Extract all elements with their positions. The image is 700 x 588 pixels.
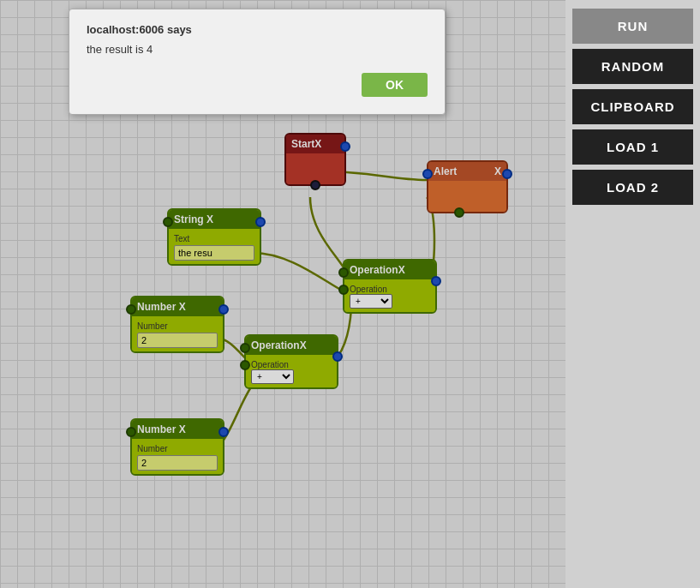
clipboard-button[interactable]: CLIPBOARD <box>572 89 693 124</box>
canvas[interactable]: StartX Alert X String X Text the resu <box>0 0 565 588</box>
load2-button[interactable]: LOAD 2 <box>572 170 693 205</box>
dialog-message: the result is 4 <box>87 43 428 56</box>
random-button[interactable]: RANDOM <box>572 49 693 84</box>
sidebar: RUN RANDOM CLIPBOARD LOAD 1 LOAD 2 <box>565 0 700 588</box>
run-button[interactable]: RUN <box>572 9 693 44</box>
dialog-title: localhost:6006 says <box>87 23 428 36</box>
dialog: localhost:6006 says the result is 4 OK <box>69 9 446 115</box>
load1-button[interactable]: LOAD 1 <box>572 129 693 165</box>
dialog-ok-button[interactable]: OK <box>362 73 428 97</box>
dialog-overlay: localhost:6006 says the result is 4 OK <box>0 0 565 588</box>
